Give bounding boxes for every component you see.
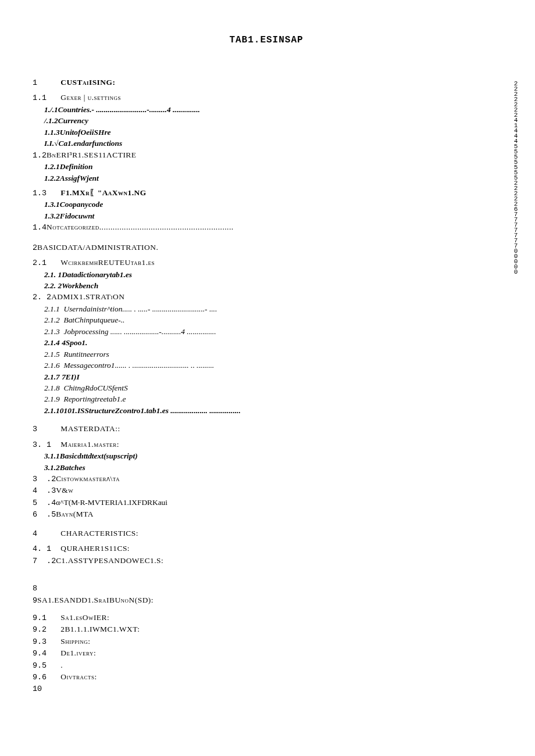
toc-label: . xyxy=(60,660,62,671)
toc-entry: 3.1.2Batches xyxy=(33,462,500,473)
toc-label: 2.2. 2Workbench xyxy=(44,280,100,291)
toc-number: 9.3 xyxy=(33,636,60,647)
toc-number: 9.1 xyxy=(33,612,60,624)
toc-entry: 1.2BnERI³R1.SES11ΛCTIRE xyxy=(33,149,500,161)
page-title: TAB1.ESINSAP xyxy=(33,35,500,45)
toc-label: 2.1.6 Messagecontro1...... . ...........… xyxy=(44,360,214,371)
toc-entry: 3.1.1Basicdıttdtext(supscript) xyxy=(33,450,500,461)
toc-entry: 2.1.1 Userndainistr^tion..... . .....- .… xyxy=(33,303,500,314)
toc-entry: /.1.2Currency xyxy=(33,115,500,126)
toc-number: 9.5 xyxy=(33,660,60,671)
toc-label: 2.1.4 4Spoo1. xyxy=(44,337,90,348)
toc-entry: 4. 1 QURAHER1S11CS: xyxy=(33,543,500,554)
toc-entry: 8 xyxy=(33,583,500,594)
toc-entry: 2.1 WcirkbemhREUTEUtab1.es xyxy=(33,257,500,268)
document-page: TAB1.ESINSAP 222222241444555555522222677… xyxy=(0,0,535,756)
toc-entry: 1.3.2Fidocuwnt xyxy=(33,210,500,221)
toc-entry: 5 .4α^T(M·R-MVTERIA1.IXFDRKaui xyxy=(33,497,500,508)
toc-label: 1.3.1Coopanycode xyxy=(44,199,105,210)
toc-number: 3. 1 xyxy=(33,439,60,450)
toc-entry: 9SA1.ESANDD1.SraIBUnoN(SD): xyxy=(33,594,500,606)
toc-entry: 3 MASTERDATA:: xyxy=(33,423,500,435)
toc-label: α^T(M·R-MVTERIA1.IXFDRKaui xyxy=(56,497,169,508)
toc-entry: 2. 2ADMIX1.STRATiON xyxy=(33,291,500,303)
toc-label: 2.1.2 BatChinputqueue-.. xyxy=(44,314,127,325)
toc-number: 3 xyxy=(33,424,60,435)
toc-entry: 9.6 Oivtracts: xyxy=(33,671,500,683)
toc-number: 6 .5 xyxy=(33,509,56,520)
toc-entry: 2.1.7 7EI)I xyxy=(33,371,500,382)
toc-label: C1.ASSTYPESANDOWEC1.S: xyxy=(56,555,166,566)
toc-label: 3.1.2Batches xyxy=(44,462,87,473)
toc-entry: 1./.1Countries.- .......................… xyxy=(33,104,500,115)
toc-entry: 10 xyxy=(33,683,500,694)
toc-number: 5 .4 xyxy=(33,497,56,508)
toc-entry: 1.2.1Definition xyxy=(33,161,500,172)
toc-label: WcirkbemhREUTEUtab1.es xyxy=(60,257,157,268)
toc-label: 1.1.3UnitofOeiiSHre xyxy=(44,127,113,138)
toc-label: 1./.1Countries.- .......................… xyxy=(44,104,200,115)
toc-entry: 2.1.2 BatChinputqueue-.. xyxy=(33,314,500,325)
toc-entry: 2.1.3 Jobprocessing ...... .............… xyxy=(33,326,500,337)
toc-entry: 2.2. 2Workbench xyxy=(33,280,500,291)
toc-label: ADMIX1.STRATiON xyxy=(51,291,127,302)
toc-label: MASTERDATA:: xyxy=(60,423,120,434)
toc-number: 1.3 xyxy=(33,188,60,199)
toc-entry: 1.4Notcategorized.......................… xyxy=(33,221,500,233)
toc-label: SA1.ESANDD1.SraIBUnoN(SD): xyxy=(37,594,154,605)
toc-number: 2. 2 xyxy=(33,292,51,303)
toc-entry: 2.1.5 Runtitneerrors xyxy=(33,349,500,360)
toc-label: /.1.2Currency xyxy=(44,115,90,126)
toc-entry: 3 .2Cistowkmasterʌ\ta xyxy=(33,473,500,485)
page-number-strip: 2222222414445555555222226777777700000 xyxy=(512,80,519,274)
toc-label: 2.1.8 ChitngRdoCUSfentS xyxy=(44,382,130,393)
toc-entry: 2BASICDATA/ADMINISTRATION. xyxy=(33,242,500,253)
toc-number: 2.1 xyxy=(33,257,60,268)
toc-number: 1.2 xyxy=(33,150,47,161)
toc-entry: 9.4 De1.ivery: xyxy=(33,647,500,659)
toc-label: 2.1.10101.ISStructureZcontro1.tab1.es ..… xyxy=(44,405,241,416)
toc-label: F1.MXr〖"AaXwn1.NG xyxy=(60,187,148,198)
toc-label: Oivtracts: xyxy=(60,671,99,682)
toc-number: 4. 1 xyxy=(33,543,60,554)
toc-label: 1.2.1Definition xyxy=(44,161,95,172)
toc-entry: 9.2 2B1.1.1.IWMC1.WXT: xyxy=(33,624,500,635)
toc-entry: 2.1.8 ChitngRdoCUSfentS xyxy=(33,382,500,393)
toc-number: 9.2 xyxy=(33,624,60,635)
toc-number: 9.6 xyxy=(33,672,60,683)
toc-number: 1.1 xyxy=(33,92,60,103)
toc-number: 4 xyxy=(33,528,60,539)
toc-entry: 1 CUSTaiISING: xyxy=(33,77,500,88)
toc-label: Notcategorized..........................… xyxy=(47,221,234,232)
toc-entry: 2.1.9 Reportingtreetab1.e xyxy=(33,393,500,404)
toc-label: BASICDATA/ADMINISTRATION. xyxy=(37,242,160,253)
toc-entry: 2.1.4 4Spoo1. xyxy=(33,337,500,348)
toc-label: BnERI³R1.SES11ΛCTIRE xyxy=(47,149,138,160)
toc-label: 2.1.9 Reportingtreetab1.e xyxy=(44,393,128,404)
toc-label: CHARACTERISTICS: xyxy=(60,528,141,539)
toc-label: Bayn(MTA xyxy=(56,508,95,519)
toc-entry: 3. 1 Maieria1.master: xyxy=(33,439,500,450)
toc-label: 1.3.2Fidocuwnt xyxy=(44,210,97,221)
toc-label: 2.1.1 Userndainistr^tion..... . .....- .… xyxy=(44,303,217,314)
toc-entry: 7 .2C1.ASSTYPESANDOWEC1.S: xyxy=(33,555,500,567)
toc-number: 8 xyxy=(33,583,60,594)
toc-entry: 2.1.6 Messagecontro1...... . ...........… xyxy=(33,360,500,371)
toc-number: 9 xyxy=(33,595,37,606)
toc-number: 3 .2 xyxy=(33,474,56,485)
toc-number: 7 .2 xyxy=(33,556,56,567)
toc-label: Maieria1.master: xyxy=(60,439,122,450)
toc-number: 4 .3 xyxy=(33,485,56,496)
toc-label: 2B1.1.1.IWMC1.WXT: xyxy=(60,624,142,635)
toc-number: 1 xyxy=(33,77,60,88)
toc-label: Sa1.esOwIER: xyxy=(60,612,112,623)
toc-entry: 9.1 Sa1.esOwIER: xyxy=(33,612,500,624)
toc-label: 2.1.3 Jobprocessing ...... .............… xyxy=(44,326,216,337)
toc-number: 9.4 xyxy=(33,648,60,659)
toc-label: 3.1.1Basicdıttdtext(supscript) xyxy=(44,450,140,461)
toc-entry: 1.2.2AssigfWjent xyxy=(33,173,500,184)
toc-label: 2.1.7 7EI)I xyxy=(44,371,81,382)
toc-entry: 6 .5Bayn(MTA xyxy=(33,508,500,520)
toc-entry: 1.1 Gexer | u.settings xyxy=(33,92,500,103)
toc-entry: 4 .3V&w xyxy=(33,485,500,496)
